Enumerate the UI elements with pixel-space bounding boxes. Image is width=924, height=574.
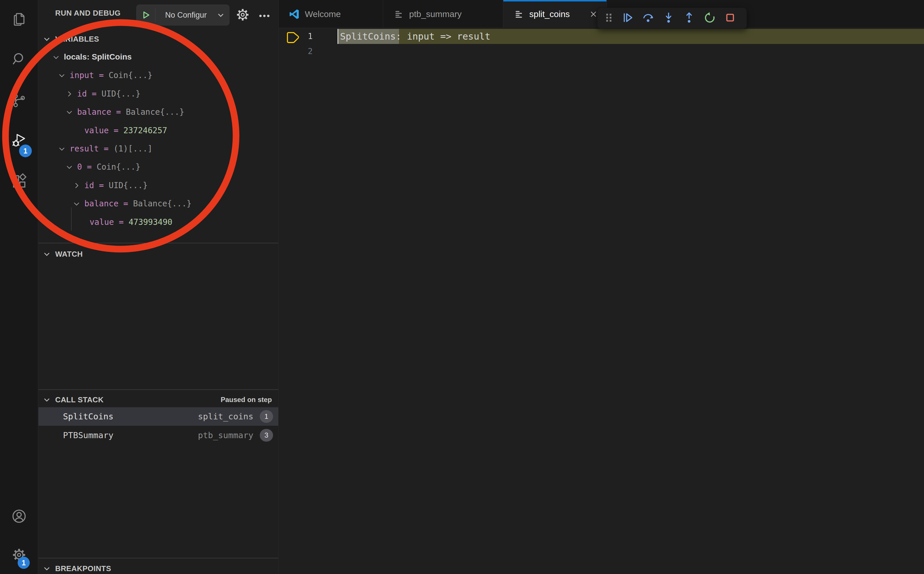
chevron-down-icon xyxy=(43,250,51,259)
code-token: SplitCoins xyxy=(340,31,396,42)
variable-name: balance xyxy=(77,107,111,117)
variable-row[interactable]: result = (1)[...] xyxy=(38,140,278,158)
variable-value: (1)[...] xyxy=(113,144,153,153)
variable-row[interactable]: id = UID{...} xyxy=(38,85,278,103)
variable-row[interactable]: value = 237246257 xyxy=(38,122,278,140)
variable-row[interactable]: id = UID{...} xyxy=(38,177,278,195)
section-divider xyxy=(38,390,278,390)
accounts-activity-item[interactable] xyxy=(0,501,38,533)
editor-group[interactable]: Welcomeptb_summarysplit_coins 1 2 SplitC… xyxy=(279,0,924,574)
step-into-button[interactable] xyxy=(658,9,679,27)
source-control-icon xyxy=(11,92,27,110)
ellipsis-icon[interactable] xyxy=(257,8,272,25)
line-number: 1 xyxy=(279,29,313,44)
variable-value: UID{...} xyxy=(109,181,148,190)
extensions-icon xyxy=(11,173,27,191)
stop-button[interactable] xyxy=(720,9,740,27)
section-divider xyxy=(38,243,278,243)
chevron-down-icon xyxy=(52,53,60,62)
close-icon[interactable] xyxy=(585,10,598,19)
stop-icon xyxy=(724,11,737,25)
debug-configuration-dropdown[interactable]: No Configur xyxy=(136,5,230,25)
chevron-down-icon xyxy=(43,564,51,573)
tab-ptb_summary[interactable]: ptb_summary xyxy=(383,0,503,28)
variable-value: Balance{...} xyxy=(126,107,184,117)
call-stack-frame[interactable]: SplitCoinssplit_coins1 xyxy=(38,407,278,426)
variable-name: result xyxy=(70,144,99,153)
accounts-icon xyxy=(11,508,27,526)
frame-source: ptb_summary xyxy=(198,430,253,440)
code-line-1[interactable]: SplitCoins: input => result xyxy=(340,29,490,44)
watch-section-header[interactable]: WATCH xyxy=(38,245,278,263)
tab-welcome[interactable]: Welcome xyxy=(279,0,383,28)
variable-row[interactable]: 0 = Coin{...} xyxy=(38,158,278,176)
variable-name: input xyxy=(70,71,94,80)
extensions-activity-item[interactable] xyxy=(0,166,38,198)
step-out-button[interactable] xyxy=(679,9,699,27)
play-icon[interactable] xyxy=(137,10,155,20)
scope-label: locals: SplitCoins xyxy=(64,52,132,62)
chevron-down-icon xyxy=(58,145,66,153)
watch-header-label: WATCH xyxy=(55,250,83,259)
restart-icon xyxy=(703,11,716,25)
continue-icon xyxy=(621,11,634,25)
run-and-debug-activity-item[interactable] xyxy=(0,125,38,157)
frame-name: SplitCoins xyxy=(63,412,113,421)
gear-icon[interactable] xyxy=(235,7,250,24)
search-icon xyxy=(11,51,27,69)
step-over-icon xyxy=(642,11,655,25)
vscode-logo-icon xyxy=(289,9,300,19)
variable-row[interactable]: input = Coin{...} xyxy=(38,66,278,85)
step-over-button[interactable] xyxy=(638,9,658,27)
tab-split_coins[interactable]: split_coins xyxy=(503,0,607,28)
paused-status-badge: Paused on step xyxy=(221,396,272,404)
variable-name: id xyxy=(77,89,87,99)
variable-value: 237246257 xyxy=(123,126,167,135)
continue-button[interactable] xyxy=(617,9,638,27)
drag-handle-button[interactable] xyxy=(600,9,617,27)
frame-line-badge: 3 xyxy=(260,429,273,442)
explorer-icon xyxy=(11,11,27,28)
variable-row[interactable]: value = 473993490 xyxy=(38,213,278,232)
chevron-down-icon xyxy=(43,395,51,404)
settings-gear-activity-item[interactable] xyxy=(0,539,38,572)
variable-value: UID{...} xyxy=(101,89,140,99)
variable-row[interactable]: balance = Balance{...} xyxy=(38,103,278,121)
search-activity-item[interactable] xyxy=(0,44,38,76)
chevron-down-icon xyxy=(58,71,66,80)
chevron-right-icon xyxy=(72,181,81,190)
tab-label: ptb_summary xyxy=(409,9,462,19)
variables-header-label: VARIABLES xyxy=(55,35,99,44)
frame-source: split_coins xyxy=(198,412,253,421)
chevron-down-icon xyxy=(65,108,74,117)
variable-name: value xyxy=(90,218,114,227)
line-number: 2 xyxy=(279,44,313,59)
variable-name: value xyxy=(84,126,109,135)
code-rest: : input => result xyxy=(396,31,491,42)
restart-button[interactable] xyxy=(699,9,720,27)
chevron-down-icon xyxy=(216,11,225,19)
call-stack-section-header[interactable]: CALL STACK Paused on step xyxy=(38,391,278,409)
step-out-icon xyxy=(683,11,696,25)
indent-guide xyxy=(71,208,72,231)
variable-row[interactable]: balance = Balance{...} xyxy=(38,195,278,213)
breakpoints-section-header[interactable]: BREAKPOINTS xyxy=(38,560,278,574)
source-control-activity-item[interactable] xyxy=(0,85,38,117)
call-stack-frame[interactable]: PTBSummaryptb_summary3 xyxy=(38,426,278,445)
trace-file-icon xyxy=(394,9,404,19)
explorer-activity-item[interactable] xyxy=(0,3,38,36)
variable-name: id xyxy=(84,181,94,190)
variable-value: Balance{...} xyxy=(133,199,192,208)
chevron-down-icon xyxy=(43,35,51,43)
scope-row[interactable]: locals: SplitCoins xyxy=(38,48,278,66)
step-into-icon xyxy=(662,11,675,25)
variables-section-header[interactable]: VARIABLES xyxy=(38,30,278,48)
vscode-window: 11 RUN AND DEBUG No Configur xyxy=(0,0,924,574)
debug-toolbar xyxy=(597,8,747,29)
variable-name: balance xyxy=(84,199,118,208)
frame-line-badge: 1 xyxy=(260,410,273,423)
breakpoints-header-label: BREAKPOINTS xyxy=(55,564,111,573)
badge: 1 xyxy=(17,557,30,569)
frame-name: PTBSummary xyxy=(63,430,113,440)
trace-file-icon xyxy=(514,9,524,19)
